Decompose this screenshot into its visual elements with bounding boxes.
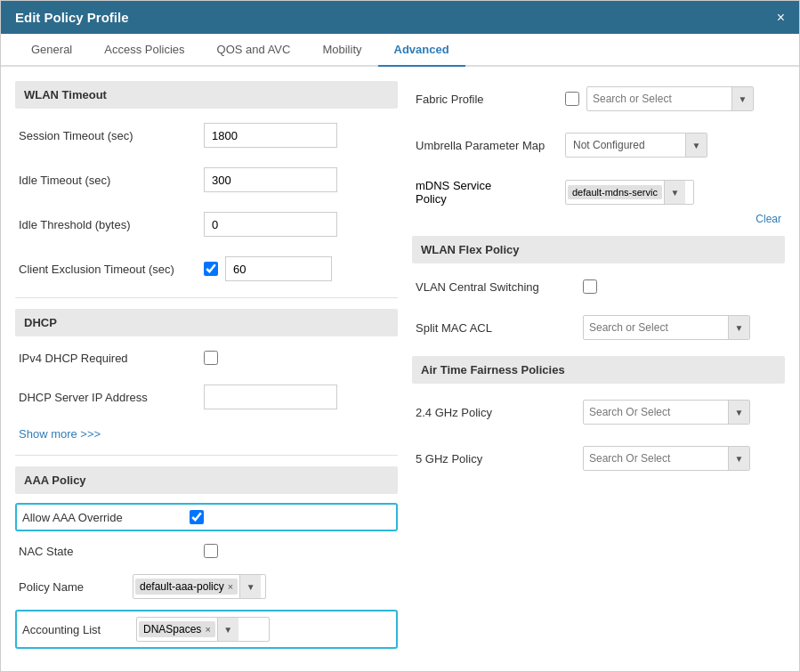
umbrella-dropdown-arrow[interactable]: ▼ (685, 134, 707, 157)
policy-name-tag-close[interactable]: × (228, 581, 233, 592)
mdns-section: mDNS Service Policy default-mdns-servic … (412, 174, 785, 225)
fabric-profile-checkbox[interactable] (565, 92, 579, 106)
policy-name-dropdown-arrow[interactable]: ▼ (239, 575, 261, 598)
accounting-list-tag: DNASpaces × (139, 621, 215, 637)
modal-body: WLAN Timeout Session Timeout (sec) Idle … (1, 67, 799, 671)
ghz-5-label: 5 GHz Policy (416, 452, 576, 466)
session-timeout-row: Session Timeout (sec) (15, 117, 398, 153)
ghz-5-row: 5 GHz Policy ▼ (412, 441, 785, 476)
ghz-24-input[interactable] (584, 401, 728, 424)
mdns-label1: mDNS Service (416, 179, 558, 192)
aaa-section-header: AAA Policy (15, 466, 398, 494)
dhcp-server-input[interactable] (204, 385, 337, 409)
idle-threshold-input[interactable] (204, 212, 337, 237)
nac-state-label: NAC State (19, 545, 197, 558)
left-panel: WLAN Timeout Session Timeout (sec) Idle … (15, 81, 398, 657)
right-panel: Fabric Profile ▼ Umbrella Parameter Map … (412, 81, 785, 657)
vlan-central-checkbox[interactable] (583, 279, 597, 294)
accounting-list-tag-value: DNASpaces (143, 623, 201, 636)
dhcp-section-header: DHCP (15, 309, 398, 336)
session-timeout-input[interactable] (204, 123, 337, 148)
allow-aaa-label: Allow AAA Override (22, 511, 182, 524)
wlan-flex-section-header: WLAN Flex Policy (412, 236, 785, 263)
ghz-5-select[interactable]: ▼ (583, 446, 750, 471)
split-mac-select[interactable]: ▼ (583, 315, 750, 340)
client-exclusion-row: Client Exclusion Timeout (sec) (15, 251, 398, 287)
split-mac-row: Split MAC ACL ▼ (412, 310, 785, 345)
ghz-5-dropdown-arrow[interactable]: ▼ (728, 447, 749, 470)
ipv4-dhcp-row: IPv4 DHCP Required (15, 345, 398, 370)
ghz-24-dropdown-arrow[interactable]: ▼ (728, 401, 749, 424)
mdns-tag-value: default-mdns-servic (572, 187, 658, 198)
tab-bar: General Access Policies QOS and AVC Mobi… (1, 34, 799, 67)
policy-name-label: Policy Name (19, 580, 125, 594)
ghz-24-row: 2.4 GHz Policy ▼ (412, 394, 785, 430)
mdns-clear-link[interactable]: Clear (412, 213, 781, 225)
dhcp-server-label: DHCP Server IP Address (19, 391, 197, 404)
mdns-dropdown-arrow[interactable]: ▼ (664, 181, 685, 204)
vlan-central-row: VLAN Central Switching (412, 274, 785, 299)
fabric-profile-label: Fabric Profile (416, 93, 558, 106)
fabric-profile-input[interactable] (587, 87, 731, 110)
nac-state-checkbox[interactable] (204, 544, 218, 558)
idle-threshold-label: Idle Threshold (bytes) (19, 218, 197, 231)
fabric-checkbox-group (565, 92, 579, 106)
idle-threshold-row: Idle Threshold (bytes) (15, 206, 398, 242)
accounting-list-select[interactable]: DNASpaces × ▼ (136, 617, 270, 642)
policy-name-tag-value: default-aaa-policy (140, 580, 224, 593)
session-timeout-label: Session Timeout (sec) (19, 129, 197, 142)
mdns-label2: Policy (416, 192, 558, 206)
mdns-label-group: mDNS Service Policy (416, 179, 558, 206)
client-exclusion-label: Client Exclusion Timeout (sec) (19, 263, 197, 276)
modal-title: Edit Policy Profile (15, 10, 129, 25)
client-exclusion-input[interactable] (225, 256, 332, 281)
air-time-section-header: Air Time Fairness Policies (412, 356, 785, 384)
tab-advanced[interactable]: Advanced (378, 34, 465, 67)
aaa-policy-section: Allow AAA Override NAC State Policy Name… (15, 503, 398, 649)
tab-access-policies[interactable]: Access Policies (88, 34, 200, 67)
accounting-list-tag-close[interactable]: × (205, 624, 210, 635)
idle-timeout-label: Idle Timeout (sec) (19, 174, 197, 187)
policy-name-select[interactable]: default-aaa-policy × ▼ (133, 574, 266, 599)
accounting-list-dropdown-arrow[interactable]: ▼ (217, 618, 238, 641)
fabric-profile-row: Fabric Profile ▼ (412, 81, 785, 117)
fabric-profile-dropdown-arrow[interactable]: ▼ (731, 87, 753, 110)
policy-name-tag: default-aaa-policy × (135, 579, 238, 595)
tab-general[interactable]: General (15, 34, 88, 67)
umbrella-row: Umbrella Parameter Map Not Configured ▼ (412, 127, 785, 163)
ipv4-dhcp-checkbox[interactable] (204, 351, 218, 365)
idle-timeout-input[interactable] (204, 167, 337, 192)
split-mac-label: Split MAC ACL (416, 321, 576, 335)
modal-header: Edit Policy Profile × (1, 1, 799, 34)
split-mac-input[interactable] (584, 316, 728, 339)
allow-aaa-row: Allow AAA Override (15, 503, 398, 531)
fabric-profile-select[interactable]: ▼ (586, 86, 754, 111)
dhcp-server-row: DHCP Server IP Address (15, 379, 398, 415)
vlan-central-label: VLAN Central Switching (416, 280, 576, 294)
nac-state-row: NAC State (15, 538, 398, 563)
umbrella-label: Umbrella Parameter Map (416, 139, 558, 152)
tab-mobility[interactable]: Mobility (306, 34, 377, 67)
ghz-5-input[interactable] (584, 447, 728, 470)
ghz-24-select[interactable]: ▼ (583, 400, 750, 425)
mdns-tag: default-mdns-servic (568, 185, 662, 199)
idle-timeout-row: Idle Timeout (sec) (15, 162, 398, 198)
tab-qos-avc[interactable]: QOS and AVC (201, 34, 307, 67)
mdns-row: mDNS Service Policy default-mdns-servic … (412, 174, 785, 211)
ghz-24-label: 2.4 GHz Policy (416, 406, 576, 419)
policy-name-row: Policy Name default-aaa-policy × ▼ (15, 571, 398, 603)
accounting-list-row: Accounting List DNASpaces × ▼ (15, 610, 398, 649)
accounting-list-label: Accounting List (22, 623, 129, 636)
umbrella-value: Not Configured (566, 139, 685, 151)
split-mac-dropdown-arrow[interactable]: ▼ (728, 316, 749, 339)
allow-aaa-checkbox[interactable] (190, 510, 204, 524)
show-more[interactable]: Show more >>> (15, 424, 398, 444)
modal: Edit Policy Profile × General Access Pol… (0, 0, 800, 672)
mdns-select[interactable]: default-mdns-servic ▼ (565, 180, 694, 205)
ipv4-dhcp-label: IPv4 DHCP Required (19, 352, 197, 365)
umbrella-select[interactable]: Not Configured ▼ (565, 133, 707, 158)
client-exclusion-checkbox[interactable] (204, 262, 218, 276)
wlan-timeout-section-header: WLAN Timeout (15, 81, 398, 109)
modal-close-button[interactable]: × (777, 11, 785, 25)
